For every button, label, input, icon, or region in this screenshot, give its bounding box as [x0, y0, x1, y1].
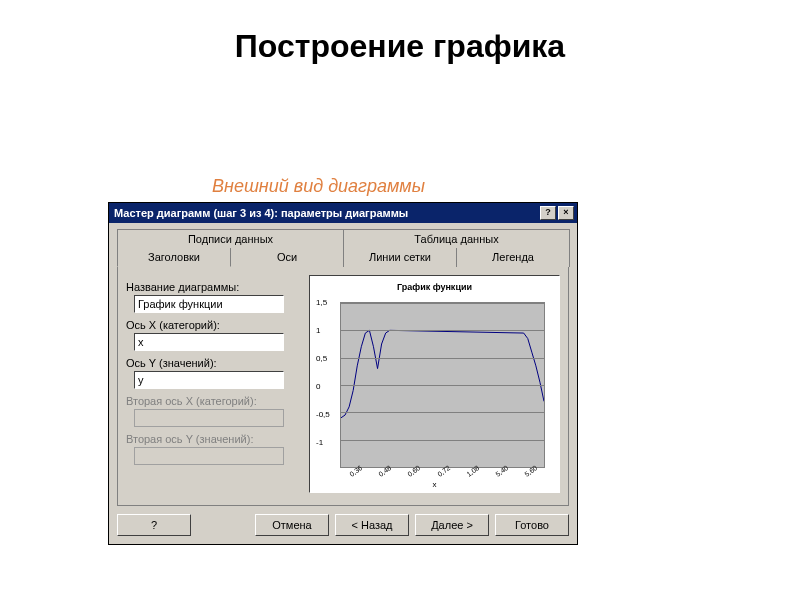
- gridline: [341, 303, 544, 304]
- tab-data-table[interactable]: Таблица данных: [343, 229, 570, 248]
- help-icon[interactable]: ?: [540, 206, 556, 220]
- gridline: [341, 358, 544, 359]
- y-tick: 0: [316, 382, 320, 391]
- chart-preview: График функции x -1-0,500,511,50,360,480…: [309, 275, 560, 493]
- y-tick: -1: [316, 438, 323, 447]
- titlebar-text: Мастер диаграмм (шаг 3 из 4): параметры …: [112, 207, 538, 219]
- x2-axis-input: [134, 409, 284, 427]
- button-row: ? Отмена < Назад Далее > Готово: [117, 506, 569, 536]
- titlebar[interactable]: Мастер диаграмм (шаг 3 из 4): параметры …: [109, 203, 577, 223]
- close-icon[interactable]: ×: [558, 206, 574, 220]
- tab-panel-titles: Название диаграммы: Ось X (категорий): О…: [117, 266, 569, 506]
- y2-axis-label: Вторая ось Y (значений):: [126, 433, 301, 445]
- y-axis-input[interactable]: [134, 371, 284, 389]
- tab-data-labels[interactable]: Подписи данных: [117, 229, 344, 248]
- chart-title-label: Название диаграммы:: [126, 281, 301, 293]
- tab-axes[interactable]: Оси: [230, 248, 344, 267]
- chart-wizard-dialog: Мастер диаграмм (шаг 3 из 4): параметры …: [108, 202, 578, 545]
- gridline: [341, 385, 544, 386]
- tab-legend[interactable]: Легенда: [456, 248, 570, 267]
- tab-gridlines[interactable]: Линии сетки: [343, 248, 457, 267]
- spacer: [197, 514, 249, 536]
- gridline: [341, 330, 544, 331]
- cancel-button[interactable]: Отмена: [255, 514, 329, 536]
- chart-title-input[interactable]: [134, 295, 284, 313]
- preview-x-label: x: [310, 480, 559, 489]
- gridline: [341, 440, 544, 441]
- tabs-row-top: Подписи данных Таблица данных: [117, 229, 569, 248]
- tab-titles[interactable]: Заголовки: [117, 248, 231, 267]
- back-button[interactable]: < Назад: [335, 514, 409, 536]
- slide-title: Построение графика: [0, 28, 800, 65]
- slide-subtitle: Внешний вид диаграммы: [212, 176, 425, 197]
- chart-plot-area: [340, 302, 545, 468]
- tabs-row-bottom: Заголовки Оси Линии сетки Легенда: [117, 248, 569, 267]
- x2-axis-label: Вторая ось X (категорий):: [126, 395, 301, 407]
- y-tick: 1,5: [316, 298, 327, 307]
- fields-column: Название диаграммы: Ось X (категорий): О…: [126, 275, 301, 497]
- y-tick: 1: [316, 326, 320, 335]
- x-axis-label: Ось X (категорий):: [126, 319, 301, 331]
- y2-axis-input: [134, 447, 284, 465]
- y-tick: 0,5: [316, 354, 327, 363]
- y-tick: -0,5: [316, 410, 330, 419]
- preview-title: График функции: [310, 282, 559, 292]
- x-axis-input[interactable]: [134, 333, 284, 351]
- y-axis-label: Ось Y (значений):: [126, 357, 301, 369]
- gridline: [341, 412, 544, 413]
- dialog-body: Подписи данных Таблица данных Заголовки …: [109, 223, 577, 544]
- help-button[interactable]: ?: [117, 514, 191, 536]
- next-button[interactable]: Далее >: [415, 514, 489, 536]
- finish-button[interactable]: Готово: [495, 514, 569, 536]
